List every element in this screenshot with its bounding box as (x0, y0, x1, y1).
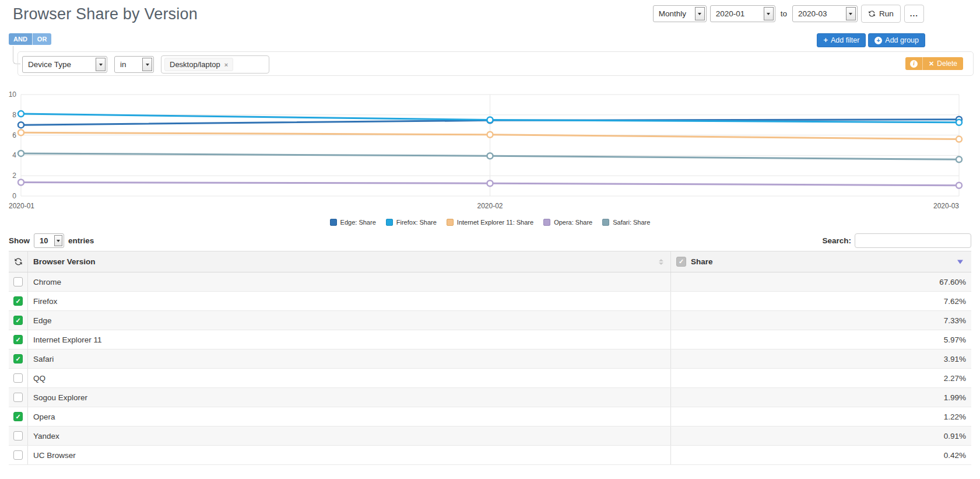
legend-swatch (543, 219, 550, 226)
legend-label: Edge: Share (340, 219, 376, 226)
table-row: Chrome67.60% (9, 272, 971, 292)
share-column-header[interactable]: ✓ Share (670, 251, 971, 272)
share-value-cell: 67.60% (670, 272, 971, 291)
run-button[interactable]: Run (861, 5, 901, 23)
row-checkbox-unchecked[interactable] (13, 277, 23, 286)
table-row: Yandex0.91% (9, 426, 971, 446)
row-checkbox-checked[interactable]: ✓ (13, 354, 23, 363)
browser-name-cell: Edge (28, 311, 670, 330)
legend-label: Safari: Share (613, 219, 650, 226)
browser-name-cell: Sogou Explorer (28, 388, 670, 407)
date-from-select[interactable]: 2020-01 (710, 5, 775, 22)
filter-info-button[interactable]: i (905, 57, 923, 70)
share-value-cell: 1.99% (670, 388, 971, 407)
legend-item[interactable]: Edge: Share (330, 219, 376, 226)
refresh-column-header[interactable] (9, 251, 28, 272)
share-value-cell: 2.27% (670, 369, 971, 387)
add-group-button[interactable]: + Add group (868, 33, 925, 47)
row-select-cell: ✓ (9, 407, 28, 426)
table-row: QQ2.27% (9, 369, 971, 388)
date-range-to-label: to (779, 9, 789, 18)
table-controls: Show 10 entries Search: (9, 233, 971, 249)
share-value-cell: 7.62% (670, 292, 971, 310)
filter-value-tag-label: Desktop/laptop (170, 60, 220, 69)
row-checkbox-checked[interactable]: ✓ (13, 412, 23, 421)
legend-swatch (447, 219, 454, 226)
legend-label: Internet Explorer 11: Share (457, 219, 533, 226)
row-checkbox-checked[interactable]: ✓ (13, 296, 23, 306)
chevron-down-icon[interactable] (846, 7, 856, 20)
legend-item[interactable]: Internet Explorer 11: Share (447, 219, 533, 226)
or-toggle[interactable]: OR (33, 33, 52, 45)
date-to-value: 2020-03 (793, 6, 845, 22)
table-row: ✓Opera1.22% (9, 407, 971, 426)
svg-text:0: 0 (12, 192, 16, 200)
row-checkbox-checked[interactable]: ✓ (13, 335, 23, 344)
filter-operator-select[interactable]: in (114, 56, 154, 73)
filter-value-input[interactable]: Desktop/laptop × (161, 55, 269, 74)
remove-tag-icon[interactable]: × (224, 61, 228, 68)
browser-version-header-label: Browser Version (33, 257, 96, 266)
more-options-button[interactable]: ... (904, 5, 924, 23)
chevron-down-icon[interactable] (54, 235, 62, 246)
search-input[interactable] (855, 233, 971, 248)
row-checkbox-unchecked[interactable] (13, 393, 23, 402)
table-row: ✓Internet Explorer 115.97% (9, 330, 971, 349)
browser-version-column-header[interactable]: Browser Version (28, 251, 670, 272)
chevron-down-icon[interactable] (695, 7, 705, 20)
select-all-checkbox[interactable]: ✓ (676, 257, 686, 267)
table-search-control: Search: (822, 233, 971, 248)
circle-plus-icon: + (874, 37, 882, 44)
and-toggle[interactable]: AND (9, 33, 33, 45)
row-checkbox-unchecked[interactable] (13, 450, 23, 460)
run-label: Run (879, 9, 894, 18)
svg-text:2020-01: 2020-01 (9, 202, 34, 210)
filter-field-select[interactable]: Device Type (22, 56, 107, 73)
report-page: Browser Share by Version Monthly 2020-01… (0, 0, 980, 479)
legend-item[interactable]: Firefox: Share (386, 219, 437, 226)
row-select-cell (9, 272, 28, 291)
sort-icon[interactable] (659, 259, 663, 265)
row-select-cell: ✓ (9, 330, 28, 349)
sort-descending-icon[interactable] (957, 260, 963, 264)
close-icon: ✕ (929, 60, 934, 68)
page-title: Browser Share by Version (13, 5, 198, 23)
add-filter-button[interactable]: + Add filter (817, 33, 866, 47)
table-body: Chrome67.60%✓Firefox7.62%✓Edge7.33%✓Inte… (9, 272, 971, 465)
browser-name-cell: Internet Explorer 11 (28, 330, 670, 349)
row-checkbox-checked[interactable]: ✓ (13, 316, 23, 325)
browser-name-cell: Firefox (28, 292, 670, 310)
row-checkbox-unchecked[interactable] (13, 431, 23, 440)
filter-row-actions: i ✕ Delete (905, 57, 963, 70)
share-value-cell: 0.42% (670, 446, 971, 464)
search-label: Search: (822, 236, 851, 245)
browser-name-cell: Yandex (28, 426, 670, 445)
delete-filter-button[interactable]: ✕ Delete (923, 60, 963, 68)
refresh-icon[interactable] (14, 257, 23, 266)
refresh-icon (868, 10, 876, 18)
chart-legend: Edge: ShareFirefox: ShareInternet Explor… (9, 219, 971, 226)
legend-item[interactable]: Safari: Share (602, 219, 650, 226)
legend-item[interactable]: Opera: Share (543, 219, 592, 226)
add-filter-label: Add filter (831, 36, 859, 44)
share-value-cell: 1.22% (670, 407, 971, 426)
entries-label: entries (68, 236, 94, 245)
legend-label: Opera: Share (554, 219, 592, 226)
legend-swatch (602, 219, 609, 226)
chevron-down-icon[interactable] (764, 7, 774, 20)
filter-group-panel: Device Type in Desktop/laptop × i ✕ Dele… (17, 51, 974, 76)
legend-label: Firefox: Share (396, 219, 437, 226)
page-size-select[interactable]: 10 (34, 233, 64, 248)
svg-text:6: 6 (12, 131, 16, 139)
row-checkbox-unchecked[interactable] (13, 373, 23, 383)
chevron-down-icon[interactable] (96, 58, 106, 71)
chevron-down-icon[interactable] (142, 58, 152, 71)
table-row: UC Browser0.42% (9, 446, 971, 465)
browser-name-cell: Opera (28, 407, 670, 426)
granularity-select[interactable]: Monthly (653, 5, 707, 22)
filter-operator-value: in (115, 57, 141, 72)
filter-value-tag: Desktop/laptop × (164, 58, 233, 71)
share-value-cell: 7.33% (670, 311, 971, 330)
date-to-select[interactable]: 2020-03 (792, 5, 858, 22)
row-select-cell: ✓ (9, 292, 28, 310)
